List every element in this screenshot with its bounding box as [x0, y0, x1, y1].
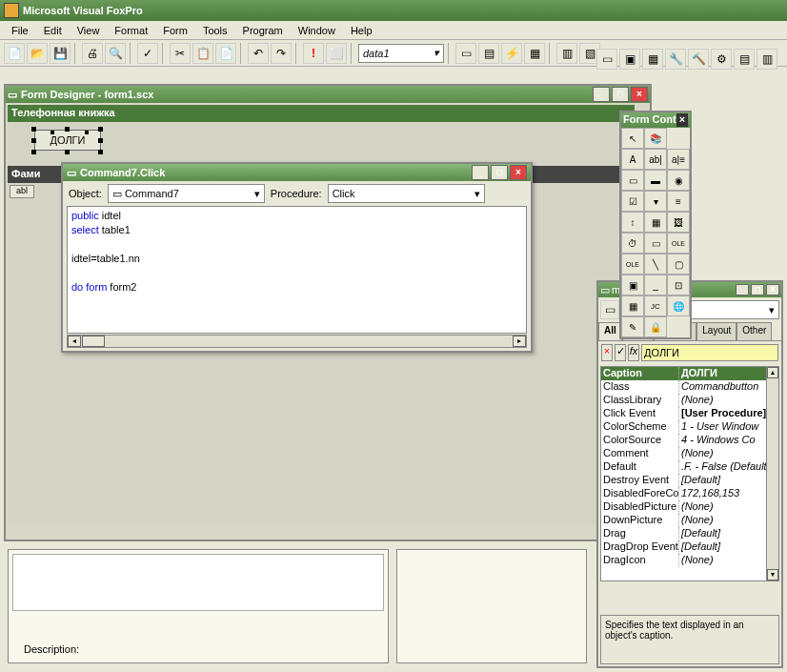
line-tool-icon[interactable]: ╲ — [644, 254, 667, 275]
modify-icon[interactable]: ⬜ — [326, 43, 347, 64]
props-close-button[interactable]: × — [766, 284, 779, 295]
preview-icon[interactable]: 🔍 — [105, 43, 126, 64]
prop-row[interactable]: Comment(None) — [601, 447, 778, 460]
minimize-button[interactable]: _ — [593, 87, 610, 102]
code-titlebar[interactable]: ▭Command7.Click _ □ × — [63, 164, 531, 181]
autoform-icon[interactable]: ⚡ — [501, 43, 522, 64]
rt6-icon[interactable]: ⚙ — [711, 49, 732, 70]
code-maximize-button[interactable]: □ — [491, 165, 508, 180]
print-icon[interactable]: 🖨 — [82, 43, 103, 64]
timer-tool-icon[interactable]: ⏱ — [621, 233, 644, 254]
jc-tool-icon[interactable]: JC — [644, 295, 667, 316]
container-tool-icon[interactable]: ▣ — [621, 275, 644, 295]
props-fx-button[interactable]: fx — [628, 344, 639, 361]
props-max-button[interactable]: □ — [751, 284, 764, 295]
oleb-tool-icon[interactable]: OLE — [621, 254, 644, 275]
menu-format[interactable]: Format — [107, 23, 155, 38]
form-designer-titlebar[interactable]: ▭Form Designer - form1.scx _ □ × — [6, 86, 650, 103]
checkbox-tool-icon[interactable]: ☑ — [621, 191, 644, 212]
tab-other[interactable]: Other — [737, 322, 772, 340]
prop-row[interactable]: CaptionДОЛГИ — [601, 367, 778, 380]
props-pin-icon[interactable]: ▭ — [600, 300, 619, 319]
form-icon[interactable]: ▭ — [455, 43, 476, 64]
rt4-icon[interactable]: 🔧 — [665, 49, 686, 70]
grid-tool-icon[interactable]: ▦ — [644, 212, 667, 233]
prop-row[interactable]: Destroy Event[Default] — [601, 474, 778, 487]
tab-layout[interactable]: Layout — [696, 322, 737, 340]
prop-row[interactable]: ClassLibrary(None) — [601, 394, 778, 407]
code-close-button[interactable]: × — [510, 165, 527, 180]
paste-icon[interactable]: 📄 — [215, 43, 236, 64]
optiongroup-tool-icon[interactable]: ◉ — [667, 170, 690, 191]
prop-row[interactable]: Default.F. - False (Default) — [601, 460, 778, 474]
scroll-down-icon[interactable]: ▾ — [767, 569, 778, 580]
palette-titlebar[interactable]: Form Cont × — [621, 112, 690, 128]
rt2-icon[interactable]: ▣ — [619, 49, 640, 70]
button-lock-icon[interactable]: 🔒 — [644, 316, 667, 337]
separator-tool-icon[interactable]: ⎯ — [644, 275, 667, 295]
rt1-icon[interactable]: ▭ — [596, 49, 617, 70]
props-scrollbar[interactable]: ▴ ▾ — [766, 366, 779, 581]
cut-icon[interactable]: ✂ — [170, 43, 191, 64]
props-min-button[interactable]: _ — [736, 284, 749, 295]
rt8-icon[interactable]: ▥ — [757, 49, 777, 70]
prop-row[interactable]: DisabledForeCo172,168,153 — [601, 487, 778, 500]
code-minimize-button[interactable]: _ — [472, 165, 489, 180]
copy-icon[interactable]: 📋 — [192, 43, 213, 64]
textbox-tool-icon[interactable]: ab| — [644, 149, 667, 170]
combobox-tool-icon[interactable]: ▾ — [644, 191, 667, 212]
prop-row[interactable]: ClassCommandbutton — [601, 380, 778, 394]
label-tool-icon[interactable]: A — [621, 149, 644, 170]
prop-row[interactable]: ColorScheme1 - User Window — [601, 420, 778, 434]
pageframe-tool-icon[interactable]: ▭ — [644, 233, 667, 254]
undo-icon[interactable]: ↶ — [248, 43, 269, 64]
report-icon[interactable]: ▤ — [478, 43, 499, 64]
menu-program[interactable]: Program — [235, 23, 291, 38]
menu-form[interactable]: Form — [155, 23, 195, 38]
shape-tool-icon[interactable]: ▢ — [667, 254, 690, 275]
props-cancel-icon[interactable]: × — [601, 344, 613, 361]
run-icon[interactable]: ! — [303, 43, 324, 64]
listbox-tool-icon[interactable]: ≡ — [667, 191, 690, 212]
prop-row[interactable]: DragDrop Event[Default] — [601, 540, 778, 554]
menu-tools[interactable]: Tools — [195, 23, 235, 38]
menu-view[interactable]: View — [70, 23, 108, 38]
prop-row[interactable]: DownPicture(None) — [601, 514, 778, 527]
props-list[interactable]: CaptionДОЛГИClassCommandbuttonClassLibra… — [600, 366, 779, 581]
pointer-tool-icon[interactable]: ↖ — [621, 128, 644, 149]
close-button[interactable]: × — [631, 87, 648, 102]
palette-close-icon[interactable]: × — [676, 113, 688, 127]
rt7-icon[interactable]: ▤ — [734, 49, 755, 70]
view-classes-icon[interactable]: 📚 — [644, 128, 667, 149]
ole-tool-icon[interactable]: OLE — [667, 233, 690, 254]
redo-icon[interactable]: ↷ — [271, 43, 292, 64]
image-tool-icon[interactable]: 🖼 — [667, 212, 690, 233]
props-accept-icon[interactable]: ✓ — [615, 344, 626, 361]
rt5-icon[interactable]: 🔨 — [688, 49, 709, 70]
rt3-icon[interactable]: ▦ — [642, 49, 663, 70]
database-combo[interactable]: data1▾ — [358, 44, 444, 63]
prop-row[interactable]: DisabledPicture(None) — [601, 500, 778, 514]
autoreport-icon[interactable]: ▦ — [524, 43, 545, 64]
code-hscrollbar[interactable]: ◂ ▸ — [67, 335, 527, 348]
buttongroup-tool-icon[interactable]: ▬ — [644, 170, 667, 191]
procedure-combo[interactable]: Click▾ — [328, 184, 485, 203]
maximize-button[interactable]: □ — [612, 87, 629, 102]
props-value-input[interactable] — [641, 344, 778, 361]
prop-row[interactable]: Drag[Default] — [601, 527, 778, 540]
builder-lock-icon[interactable]: ✎ — [621, 316, 644, 337]
activex-tool-icon[interactable]: 🌐 — [667, 295, 690, 316]
scroll-up-icon[interactable]: ▴ — [767, 367, 778, 378]
hyperlink-tool-icon[interactable]: ⊡ — [667, 275, 690, 295]
spell-icon[interactable]: ✓ — [137, 43, 158, 64]
open-icon[interactable]: 📂 — [27, 43, 48, 64]
code-editor[interactable]: public idtel select table1 idtel=table1.… — [67, 206, 527, 334]
prop-row[interactable]: ColorSource4 - Windows Co — [601, 434, 778, 447]
object-combo[interactable]: ▭ Command7▾ — [108, 184, 265, 203]
menu-window[interactable]: Window — [291, 23, 343, 38]
builder-tool-icon[interactable]: ▦ — [621, 295, 644, 316]
editbox-tool-icon[interactable]: a|≡ — [667, 149, 690, 170]
menu-edit[interactable]: Edit — [36, 23, 70, 38]
button-tool-icon[interactable]: ▭ — [621, 170, 644, 191]
new-icon[interactable]: 📄 — [4, 43, 25, 64]
